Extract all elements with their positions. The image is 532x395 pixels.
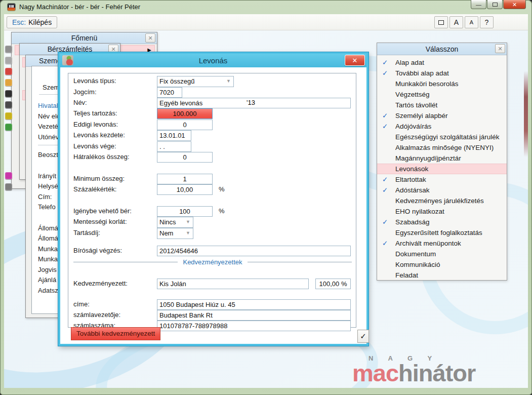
window-edge-artifact [524,71,528,157]
dialog-icon [62,55,73,65]
field-label: Név: [73,99,87,106]
szazalekertek-input[interactable]: 10,00 [157,184,213,195]
field-label: Bírósági végzés: [73,247,122,254]
check-icon: ✓ [360,332,366,341]
frame-toggle-button[interactable] [434,16,448,28]
chevron-down-icon: ▼ [186,230,190,235]
menu-item-list: ✓ Alap adat ✓ További alap adat ✓ Munkak… [377,57,507,281]
valasszon-titlebar: Válasszon ✕ [377,43,507,55]
check-icon: ✓ [382,185,388,195]
chevron-down-icon: ▼ [226,78,231,84]
menu-item[interactable]: ✓ Kedvezményes járulékfizetés [377,195,507,206]
field-label: Kedvezményezett: [73,280,128,287]
client-area: Főmenü ✕ ▶ Bérszámfejtés ✕ Szemé Személ [4,30,528,388]
check-icon: ✓ [382,217,388,227]
close-icon: ✕ [352,57,358,64]
menu-item[interactable]: ✓ EHO nyilatkozat [377,206,507,217]
kedvezmenyezett-percent-input[interactable]: 100,00 % [315,279,351,289]
tool-icon[interactable] [5,90,12,97]
brand-logo: N A G Y machinátor [352,354,504,384]
igenybe-veheto-ber-input[interactable]: 100 [157,206,213,217]
menu-item[interactable]: ✓ Levonások [377,164,507,174]
tool-icon[interactable] [5,68,12,75]
field-label: Hátralékos összeg: [73,153,130,161]
menu-item[interactable]: ✓ Egészségügyi szolgáltatási járulék [377,132,507,142]
tool-icon[interactable] [5,79,12,86]
section-title[interactable]: Kedvezményezettek [73,258,352,266]
maximize-icon [493,3,498,7]
menu-item[interactable]: ✓ Végzettség [377,89,507,100]
menu-item[interactable]: ✓ Személyi alapbér [377,110,507,121]
tovabbi-kedvezmenyezett-button[interactable]: További kedvezményezett [71,327,160,340]
dialog-titlebar[interactable]: Levonás ✕ [60,54,366,67]
close-button[interactable]: ✕ [503,0,526,9]
percent-suffix: % [219,185,225,193]
exit-button[interactable]: Esc: Kilépés [7,16,57,28]
szamlaszama-input[interactable]: 101078787-788978988 [157,321,351,331]
tool-icon[interactable] [5,101,12,108]
dialog-form: Levonás típus: Fix összegű ▼ Jogcím: 702… [68,73,356,328]
font-smaller-button[interactable]: A [465,16,478,28]
levonas-tipus-select[interactable]: Fix összegű ▼ [157,76,234,87]
menu-item[interactable]: ✓ Alap adat [377,57,507,68]
main-window: Nagy Machinátor - bér - bér - Fehér Péte… [0,0,532,395]
menu-item[interactable]: ✓ Feladat [377,270,507,281]
teljes-tartozas-input[interactable]: 100.000 [157,108,213,119]
tool-icon[interactable] [5,112,12,120]
cime-input[interactable]: 1050 Budapest Hiúz u. 45 [157,299,351,310]
levonas-kezdete-input[interactable]: 13.01.01 [157,130,191,141]
menu-item[interactable]: ✓ Adójóváírás [377,121,507,132]
szamlavezetoje-input[interactable]: Budapest Bank Rt [157,310,351,321]
eddigi-levonas-input[interactable]: 0 [157,120,213,130]
tool-icon[interactable] [5,57,12,64]
field-label: Eddigi levonás: [73,121,118,128]
menu-item[interactable]: ✓ Adóstársak [377,185,507,195]
check-icon: ✓ [382,238,388,249]
app-icon [7,3,16,11]
valasszon-menu: Válasszon ✕ ✓ Alap adat ✓ További alap a… [377,43,507,281]
close-icon[interactable]: ✕ [495,44,505,53]
dialog-title: Levonás [199,56,228,65]
window-fomenu-titlebar: Főmenü ✕ [12,32,157,44]
tool-icon[interactable] [5,172,12,179]
dialog-close-button[interactable]: ✕ [345,55,365,66]
maximize-button[interactable] [487,0,503,9]
minimize-button[interactable]: — [471,0,486,9]
tool-icon[interactable] [5,124,12,131]
check-icon: ✓ [382,174,388,185]
minimum-osszeg-input[interactable]: 1 [157,174,213,184]
font-larger-button[interactable]: A [449,16,463,28]
window-title: Nagy Machinátor - bér - bér - Fehér Péte… [19,3,140,11]
menu-item[interactable]: ✓ Egyszerűsített foglalkoztatás [377,227,507,238]
help-button[interactable]: ? [480,16,494,28]
menu-item[interactable]: ✓ Kommunikáció [377,259,507,270]
check-icon: ✓ [382,110,388,121]
menu-item[interactable]: ✓ További alap adat [377,68,507,78]
field-label: Minimum összeg: [73,175,125,182]
tool-icon[interactable] [5,46,12,53]
birosagi-vegzes-input[interactable]: 2012/454646 [157,246,351,256]
tool-icon[interactable] [5,183,12,190]
close-icon[interactable]: ✕ [145,33,155,43]
menu-item[interactable]: ✓ Dokumentum [377,249,507,259]
kedvezmenyezett-input[interactable]: Kis Jolán [157,279,309,289]
window-titlebar[interactable]: Nagy Machinátor - bér - bér - Fehér Péte… [0,0,532,14]
menu-item[interactable]: ✓ Alkalmazás minősége (NYENYI) [377,142,507,153]
field-label: Teljes tartozás: [73,109,117,117]
menu-item[interactable]: ✓ Archivált menüpontok [377,238,507,249]
field-label: Tartásdíj: [73,229,100,236]
field-label: Levonás kezdete: [73,131,125,139]
jogcim-input[interactable]: 7020 [157,87,182,98]
field-label: Igénybe vehető bér: [73,207,132,215]
menu-item[interactable]: ✓ Munkaköri besorolás [377,78,507,89]
levonas-vege-input[interactable]: . . [157,141,191,152]
confirm-button[interactable]: ✓ [357,330,369,343]
hatralekos-osszeg-input[interactable]: 0 [157,152,213,163]
menu-item[interactable]: ✓ Tartós távollét [377,100,507,110]
menu-item[interactable]: ✓ Eltartottak [377,174,507,185]
mentessegi-korlat-select[interactable]: Nincs ▼ [157,217,193,228]
menu-item[interactable]: ✓ Magánnyugdíjpénztár [377,153,507,164]
field-label: Százalékérték: [73,185,116,193]
tartasdij-select[interactable]: Nem ▼ [157,228,193,239]
menu-item[interactable]: ✓ Szabadság [377,217,507,227]
